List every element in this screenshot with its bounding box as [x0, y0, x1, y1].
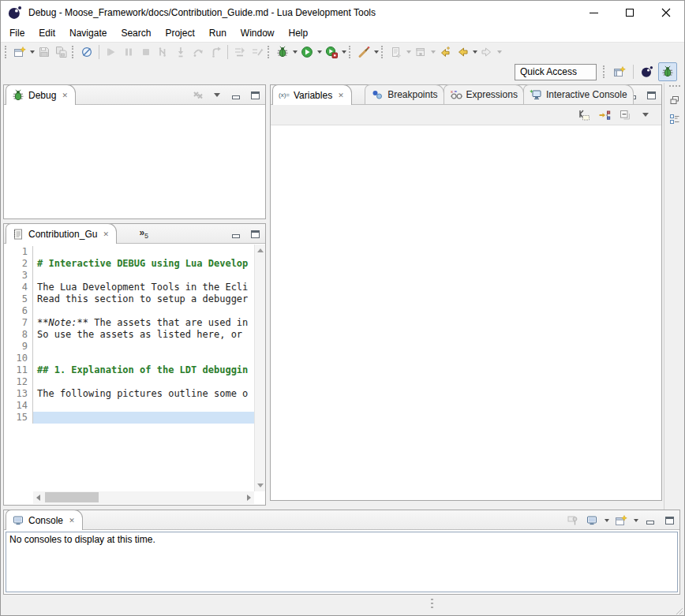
- editor-line[interactable]: 6: [4, 305, 254, 317]
- tab-breakpoints[interactable]: Breakpoints: [365, 84, 444, 104]
- collapse-all-button[interactable]: [617, 107, 633, 123]
- toolbar-grip[interactable]: [72, 46, 77, 58]
- save-button[interactable]: [36, 43, 53, 61]
- forward-dropdown[interactable]: [496, 43, 503, 61]
- menu-navigate[interactable]: Navigate: [62, 25, 114, 41]
- scroll-up-icon[interactable]: [257, 248, 264, 252]
- open-console-button[interactable]: [613, 513, 629, 528]
- editor-line[interactable]: 8So use the assets as listed here, or: [4, 329, 254, 341]
- debug-view-minimize-button[interactable]: [228, 88, 244, 103]
- menu-run[interactable]: Run: [202, 25, 234, 41]
- tab-debug[interactable]: Debug: [6, 84, 76, 105]
- tab-contribution-guide[interactable]: Contribution_Gu: [6, 223, 117, 244]
- debug-dropdown[interactable]: [291, 43, 298, 61]
- suspend-button[interactable]: [120, 43, 137, 61]
- status-bar-grip[interactable]: [431, 599, 433, 610]
- step-return-button[interactable]: [207, 43, 224, 61]
- editor-line[interactable]: 10: [4, 353, 254, 364]
- menu-project[interactable]: Project: [158, 25, 201, 41]
- editor-line[interactable]: 12: [4, 376, 254, 388]
- open-wizard-button[interactable]: [412, 43, 429, 61]
- editor-line[interactable]: 5Read this section to setup a debugger: [4, 293, 254, 305]
- debug-button[interactable]: [274, 43, 291, 61]
- editor-line[interactable]: 13The following pictures outline some o: [4, 388, 254, 400]
- editor-line[interactable]: 14: [4, 400, 254, 412]
- run-coverage-button[interactable]: [323, 43, 340, 61]
- scroll-left-icon[interactable]: [36, 495, 40, 501]
- show-type-names-button[interactable]: [576, 107, 592, 123]
- console-minimize-button[interactable]: [642, 513, 658, 528]
- use-step-filters-button[interactable]: [231, 43, 249, 61]
- toolbar-grip[interactable]: [5, 46, 9, 58]
- editor-horizontal-scrollbar[interactable]: [33, 491, 254, 504]
- pin-console-button[interactable]: [565, 513, 581, 528]
- minimize-window-button[interactable]: [575, 1, 612, 24]
- lua-perspective-button[interactable]: [638, 62, 657, 81]
- terminate-button[interactable]: [137, 43, 155, 61]
- menu-help[interactable]: Help: [282, 25, 316, 41]
- menu-file[interactable]: File: [2, 25, 32, 41]
- new-file-wizard-dropdown[interactable]: [405, 43, 412, 61]
- outline-view-button[interactable]: [667, 111, 683, 127]
- back-button[interactable]: [454, 43, 471, 61]
- display-selected-console-button[interactable]: [584, 513, 600, 528]
- step-over-button[interactable]: [189, 43, 207, 61]
- editor-maximize-button[interactable]: [247, 226, 263, 242]
- tab-expressions[interactable]: x= Expressions: [444, 84, 524, 104]
- external-tools-button[interactable]: [355, 43, 372, 61]
- console-maximize-button[interactable]: [661, 513, 677, 528]
- new-file-wizard-button[interactable]: [387, 43, 405, 61]
- open-wizard-dropdown[interactable]: [429, 43, 436, 61]
- debug-view-maximize-button[interactable]: [247, 88, 263, 103]
- step-filters-edit-button[interactable]: [249, 43, 266, 61]
- editor-line[interactable]: 2# Interactive DEBUG using Lua Develop: [4, 258, 254, 270]
- scroll-down-icon[interactable]: [257, 483, 264, 487]
- new-wizard-dropdown[interactable]: [28, 43, 36, 61]
- tab-console[interactable]: Console: [6, 510, 83, 530]
- toolbar-grip[interactable]: [381, 46, 386, 58]
- editor-list-chevron[interactable]: »5: [139, 227, 148, 240]
- editor-minimize-button[interactable]: [228, 226, 244, 242]
- editor-line[interactable]: 3: [4, 270, 254, 282]
- last-edit-location-button[interactable]: [436, 43, 454, 61]
- save-all-button[interactable]: [53, 43, 70, 61]
- disconnect-button[interactable]: [155, 43, 172, 61]
- scrollbar-thumb[interactable]: [45, 492, 99, 502]
- editor-content[interactable]: 1 2# Interactive DEBUG using Lua Develop…: [4, 245, 254, 491]
- open-perspective-button[interactable]: [610, 62, 629, 81]
- debug-view-content[interactable]: [4, 106, 265, 218]
- toolbar-grip[interactable]: [603, 65, 608, 78]
- editor-vertical-scrollbar[interactable]: [254, 245, 265, 491]
- resume-button[interactable]: [103, 43, 120, 61]
- quick-access-button[interactable]: Quick Access: [515, 64, 597, 80]
- editor-line[interactable]: 1: [4, 246, 254, 258]
- editor-line[interactable]: 7**Note:** The assets that are used in: [4, 317, 254, 329]
- close-icon[interactable]: [60, 91, 69, 100]
- new-wizard-button[interactable]: [11, 43, 28, 61]
- display-selected-console-dropdown[interactable]: [603, 512, 610, 529]
- editor-line-selected[interactable]: 15: [4, 412, 254, 424]
- step-into-button[interactable]: [172, 43, 189, 61]
- tab-variables[interactable]: (x)= Variables: [272, 84, 352, 105]
- back-dropdown[interactable]: [471, 43, 478, 61]
- menu-search[interactable]: Search: [114, 25, 158, 41]
- window-resize-grip[interactable]: [672, 604, 683, 615]
- run-coverage-dropdown[interactable]: [340, 43, 347, 61]
- close-icon[interactable]: [67, 516, 77, 525]
- variables-maximize-button[interactable]: [643, 88, 659, 103]
- editor-line[interactable]: 9: [4, 341, 254, 353]
- variables-view-menu-button[interactable]: [638, 107, 653, 123]
- external-tools-dropdown[interactable]: [372, 43, 380, 61]
- debug-perspective-button[interactable]: [658, 62, 677, 81]
- editor-line[interactable]: 11## 1. Explanation of the LDT debuggin: [4, 364, 254, 376]
- tab-interactive-console[interactable]: Interactive Console: [523, 84, 634, 104]
- run-dropdown[interactable]: [316, 43, 323, 61]
- close-window-button[interactable]: [648, 1, 684, 24]
- run-button[interactable]: [298, 43, 316, 61]
- close-icon[interactable]: [336, 91, 346, 100]
- variables-content[interactable]: [271, 126, 661, 500]
- close-icon[interactable]: [101, 230, 110, 239]
- restore-views-button[interactable]: [667, 92, 683, 108]
- maximize-window-button[interactable]: [612, 1, 648, 24]
- toolbar-grip[interactable]: [349, 46, 354, 58]
